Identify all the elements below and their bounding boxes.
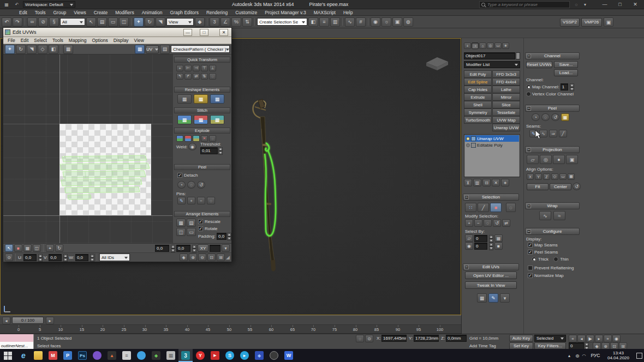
menu-tools[interactable]: Tools: [31, 10, 50, 15]
uvw-move-button[interactable]: [5, 45, 15, 54]
taskbar-app-explorer[interactable]: [31, 349, 45, 362]
taskbar-app-18[interactable]: [267, 349, 281, 362]
taskbar-app-video[interactable]: [208, 349, 222, 362]
taskbar-app-10[interactable]: [149, 349, 163, 362]
render-setup-button[interactable]: [381, 17, 391, 27]
align-top-icon[interactable]: [201, 65, 208, 71]
grow-loop-button[interactable]: [502, 219, 510, 227]
menu-graph-editors[interactable]: Graph Editors: [166, 10, 202, 15]
map-channel-radio[interactable]: [526, 85, 531, 89]
show-map-toggle[interactable]: [135, 45, 145, 54]
edit-uvws-window[interactable]: Edit UVWs — □ ✕ File Edit Select Tools M…: [3, 27, 232, 262]
collapse-icon[interactable]: [527, 230, 531, 234]
uv-template-icon[interactable]: [477, 293, 487, 303]
select-element-button[interactable]: [506, 203, 516, 212]
modifier-button[interactable]: TurboSmooth: [464, 116, 492, 124]
vertex-mode-button[interactable]: [465, 203, 476, 212]
time-slider-handle[interactable]: 0 / 100: [12, 317, 44, 324]
loop-selection-button[interactable]: [493, 219, 501, 227]
start-button[interactable]: [0, 349, 15, 362]
remove-pin-icon[interactable]: [197, 197, 205, 204]
next-frame-button[interactable]: [595, 335, 603, 342]
reset-peel-icon[interactable]: [197, 181, 205, 189]
use-pivot-center-button[interactable]: [195, 17, 205, 27]
material-editor-button[interactable]: [371, 17, 380, 27]
shrink-selection-button[interactable]: [474, 219, 482, 227]
angle-snap-button[interactable]: [220, 17, 230, 27]
collapse-icon[interactable]: [527, 54, 531, 58]
modifier-button[interactable]: Lathe: [492, 86, 520, 93]
rollout-edit-uvs-header[interactable]: Edit UVs: [463, 263, 519, 270]
cylindrical-map-button[interactable]: [540, 155, 552, 164]
menu-customize[interactable]: Customize: [231, 10, 261, 15]
uvw-menu-file[interactable]: File: [5, 38, 18, 43]
uvw-menu-display[interactable]: Display: [111, 38, 132, 43]
detach-checkbox[interactable]: [177, 173, 182, 178]
flatten-by-material-icon[interactable]: [193, 135, 200, 142]
relax-icon[interactable]: [194, 94, 208, 104]
zoom-region-icon[interactable]: [207, 254, 216, 261]
maxscript-mini-listener[interactable]: outlinerNest...: [0, 342, 34, 349]
taskbar-app-19[interactable]: [282, 349, 296, 362]
quick-access-icon[interactable]: [2, 1, 11, 8]
taskbar-app-photoshop[interactable]: [75, 349, 90, 362]
peel-group-header[interactable]: Peel: [174, 164, 230, 170]
reference-coordinate-dropdown[interactable]: View: [166, 18, 194, 26]
align-right-icon[interactable]: [193, 65, 200, 71]
select-by-smoothing-button[interactable]: [494, 234, 503, 242]
uvw-scale-button[interactable]: [27, 45, 37, 54]
uvw-offset-mode[interactable]: [55, 244, 63, 252]
uvw-select-tool[interactable]: [5, 244, 13, 252]
spinner[interactable]: [63, 254, 68, 261]
selected-keying-dropdown[interactable]: Selected: [534, 335, 566, 342]
minimize-button[interactable]: —: [597, 0, 612, 9]
vmp26-button[interactable]: VMP26: [581, 18, 602, 27]
flatten-by-face-angle-icon[interactable]: [176, 135, 183, 142]
macro-recorder-strip[interactable]: [0, 334, 34, 342]
uvw-freeform-button[interactable]: [38, 45, 47, 54]
language-indicator[interactable]: РУС: [588, 349, 603, 362]
uvw-options-dropdown-icon[interactable]: [222, 244, 230, 252]
show-end-result-icon[interactable]: [473, 179, 481, 186]
add-time-tag-text[interactable]: Add Time Tag: [469, 343, 496, 348]
align-to-grid-button[interactable]: [568, 173, 575, 180]
frame-back-button[interactable]: [2, 317, 10, 324]
percent-snap-button[interactable]: [231, 17, 241, 27]
flatten-by-smoothing-icon[interactable]: [184, 135, 192, 142]
named-selection-sets-combo[interactable]: Create Selection Se: [257, 18, 307, 26]
spinner[interactable]: [90, 254, 94, 261]
zoom-icon[interactable]: [189, 254, 197, 261]
close-button[interactable]: ✕: [628, 0, 643, 9]
taskbar-app-4[interactable]: [61, 349, 75, 362]
save-uvws-button[interactable]: Save...: [554, 61, 578, 68]
track-bar[interactable]: 0 5 10 15 20 25 30 35 40 45 50 55 60 65 …: [0, 325, 461, 334]
rectangular-selection-button[interactable]: [108, 17, 118, 27]
tray-icon-1[interactable]: ◍: [574, 349, 581, 362]
clear-pins-icon[interactable]: [207, 197, 215, 204]
v-field[interactable]: 0,0: [49, 254, 62, 261]
pack-full-icon[interactable]: [176, 228, 186, 236]
previous-frame-button[interactable]: [577, 335, 586, 342]
rollout-selection-header[interactable]: Selection: [463, 194, 519, 201]
polygon-mode-button[interactable]: [490, 203, 502, 212]
spinner[interactable]: [489, 243, 493, 250]
taskbar-app-mail[interactable]: [46, 349, 60, 362]
teapot-render-icon[interactable]: [604, 17, 613, 27]
uvw-mirror-button[interactable]: [49, 45, 58, 54]
taskbar-app-9[interactable]: [134, 349, 148, 362]
padding-field[interactable]: 0,0: [217, 233, 226, 240]
planar-map-button[interactable]: [527, 155, 539, 164]
align-to-view-button[interactable]: [559, 173, 567, 180]
modifier-button[interactable]: Unwrap UVW: [492, 124, 520, 131]
stitch-to-source-icon[interactable]: [210, 115, 224, 124]
uvw-maximize-button[interactable]: □: [200, 29, 208, 36]
rollout-wrap-header[interactable]: Wrap: [525, 202, 580, 209]
zoom-extents-icon[interactable]: [217, 254, 225, 261]
texture-list-icon[interactable]: [160, 45, 170, 54]
collapse-icon[interactable]: [527, 148, 531, 152]
pan-icon[interactable]: [180, 254, 188, 261]
modifier-button[interactable]: Tessellate: [492, 108, 520, 116]
select-by-face-button[interactable]: [494, 242, 503, 250]
collapse-icon[interactable]: [464, 195, 469, 200]
prevent-reflattening-checkbox[interactable]: [528, 266, 533, 270]
